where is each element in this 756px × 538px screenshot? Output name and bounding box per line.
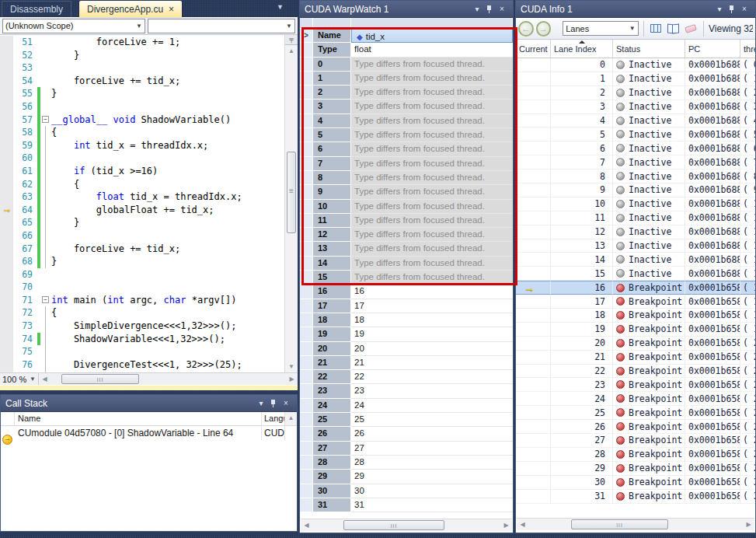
row-selector-cell[interactable] (300, 384, 313, 398)
breakpoint-margin[interactable] (0, 229, 13, 243)
column-header-name[interactable]: Name (15, 412, 262, 425)
pin-icon[interactable] (267, 398, 280, 409)
cudainfo-lane-row[interactable]: 13Inactive0x0001b688( 13, 0, 0 ) (516, 239, 755, 253)
value-cell[interactable]: 18 (351, 313, 513, 327)
breakpoint-margin[interactable] (0, 87, 13, 100)
tab-list-chevron-icon[interactable]: ▼ (277, 3, 284, 11)
cudainfo-lane-row[interactable]: 20Breakpoint0x0001b658( 20, 0, 0 ) (516, 337, 755, 351)
code-line[interactable]: 77 (0, 371, 284, 372)
breakpoint-margin[interactable] (0, 216, 13, 229)
code-line[interactable]: 59 int tid_x = threadIdx.x; (0, 139, 284, 152)
horizontal-scroll-thumb[interactable] (61, 374, 139, 384)
code-line[interactable]: 66 (0, 229, 284, 243)
tab-disassembly[interactable]: Disassembly (2, 1, 71, 17)
table-view-icon[interactable] (649, 21, 664, 37)
code-line[interactable]: 58{ (0, 126, 284, 139)
splitter-handle-icon[interactable]: ╤ (285, 35, 298, 45)
scroll-right-icon[interactable]: ▶ (500, 519, 512, 531)
breakpoint-margin[interactable] (0, 178, 13, 191)
row-selector-cell[interactable] (300, 442, 313, 456)
row-selector-cell[interactable] (300, 228, 313, 242)
code-line[interactable]: 71−int main (int argc, char *argv[]) (0, 294, 284, 307)
callstack-frame-row[interactable]: CUmodule 04d57080 - [0] ShadowVariable -… (1, 426, 297, 440)
cudainfo-lane-row[interactable]: 29Breakpoint0x0001b658( 29, 0, 0 ) (516, 462, 755, 476)
breakpoint-margin[interactable] (0, 100, 13, 114)
cudainfo-lane-row[interactable]: 11Inactive0x0001b688( 11, 0, 0 ) (516, 211, 755, 225)
warpwatch-lane-row[interactable]: 1616 (300, 285, 513, 299)
collapse-minus-icon[interactable]: − (42, 296, 49, 303)
warpwatch-lane-row[interactable]: 3030 (300, 484, 513, 498)
row-selector-cell[interactable] (300, 72, 313, 86)
warpwatch-horizontal-scrollbar[interactable]: ◀ ▶ (301, 519, 512, 531)
member-dropdown[interactable]: ▼ (148, 19, 295, 33)
scroll-up-icon[interactable]: ▲ (285, 45, 298, 57)
warpwatch-lane-row[interactable]: 6Type differs from focused thread. (300, 142, 513, 156)
breakpoint-margin[interactable] (0, 358, 13, 372)
value-cell[interactable]: 17 (351, 299, 513, 313)
cudainfo-lane-row[interactable]: 23Breakpoint0x0001b658( 23, 0, 0 ) (516, 378, 755, 392)
value-cell[interactable]: 23 (351, 384, 513, 398)
value-cell[interactable]: 26 (351, 427, 513, 441)
warpwatch-lane-row[interactable]: 1Type differs from focused thread. (300, 72, 513, 86)
warpwatch-lane-row[interactable]: 2121 (300, 356, 513, 370)
value-cell[interactable]: Type differs from focused thread. (351, 185, 513, 199)
code-line[interactable]: →64 globalFloat += tid_x; (0, 204, 284, 217)
breakpoint-margin[interactable] (0, 114, 13, 127)
value-cell[interactable]: Type differs from focused thread. (351, 72, 513, 86)
cudainfo-lane-row[interactable]: 25Breakpoint0x0001b658( 25, 0, 0 ) (516, 406, 755, 420)
cudainfo-lane-row[interactable]: 15Inactive0x0001b688( 15, 0, 0 ) (516, 267, 755, 281)
breakpoint-margin[interactable] (0, 333, 13, 346)
value-cell[interactable]: 16 (351, 285, 513, 299)
cudainfo-lane-row[interactable]: 7Inactive0x0001b688( 7, 0, 0 ) (516, 155, 755, 169)
warpwatch-lane-row[interactable]: 11Type differs from focused thread. (300, 214, 513, 228)
row-selector-cell[interactable] (300, 157, 313, 171)
code-line[interactable]: 52 } (0, 49, 284, 62)
row-selector-cell[interactable] (300, 185, 313, 199)
code-line[interactable]: 72{ (0, 306, 284, 320)
view-dropdown[interactable]: Lanes ▼ (563, 21, 639, 36)
warpwatch-lane-row[interactable]: 1818 (300, 313, 513, 327)
value-cell[interactable]: Type differs from focused thread. (351, 171, 513, 185)
cudainfo-lane-row[interactable]: 0Inactive0x0001b688( 0, 0, 0 ) (516, 58, 755, 72)
zoom-level-dropdown[interactable]: 100 % ▼ (0, 373, 39, 385)
value-cell[interactable]: Type differs from focused thread. (351, 58, 513, 72)
row-selector-cell[interactable] (300, 58, 313, 72)
warpwatch-lane-row[interactable]: 2626 (300, 427, 513, 441)
cudainfo-lane-row[interactable]: 5Inactive0x0001b688( 5, 0, 0 ) (516, 128, 755, 141)
warpwatch-lane-row[interactable]: 2323 (300, 384, 513, 398)
row-selector-cell[interactable] (300, 114, 313, 128)
collapse-minus-icon[interactable]: − (42, 116, 49, 123)
breakpoint-margin[interactable] (0, 306, 13, 320)
warpwatch-lane-row[interactable]: 1919 (300, 327, 513, 341)
row-selector-cell[interactable] (300, 142, 313, 156)
row-selector-cell[interactable] (300, 257, 313, 271)
code-line[interactable]: 63 float tid_x = threadIdx.x; (0, 190, 284, 204)
value-cell[interactable]: Type differs from focused thread. (351, 228, 513, 242)
warpwatch-lane-row[interactable]: 2020 (300, 342, 513, 356)
warpwatch-lane-row[interactable]: 3Type differs from focused thread. (300, 100, 513, 114)
breakpoint-margin[interactable] (0, 320, 13, 333)
row-selector-cell[interactable] (300, 484, 313, 498)
warpwatch-lane-row[interactable]: 3131 (300, 498, 513, 512)
value-cell[interactable]: 30 (351, 484, 513, 498)
horizontal-scroll-thumb[interactable] (343, 520, 444, 530)
warpwatch-lane-row[interactable]: 12Type differs from focused thread. (300, 228, 513, 242)
code-line[interactable]: 51 forceLive += 1; (0, 36, 284, 49)
current-statement-arrow-icon[interactable]: → (0, 204, 13, 217)
cudainfo-lane-row[interactable]: 18Breakpoint0x0001b658( 18, 0, 0 ) (516, 309, 755, 323)
warpwatch-lane-row[interactable]: 5Type differs from focused thread. (300, 128, 513, 142)
breakpoint-margin[interactable] (0, 75, 13, 88)
breakpoint-margin[interactable] (0, 243, 13, 256)
value-cell[interactable]: Type differs from focused thread. (351, 86, 513, 100)
window-menu-chevron-icon[interactable]: ▾ (471, 4, 483, 15)
warpwatch-name-row[interactable]: >Name◆tid_x (300, 29, 513, 43)
breakpoint-margin[interactable] (0, 294, 13, 307)
pin-icon[interactable] (726, 4, 738, 15)
breakpoint-margin[interactable] (0, 268, 13, 281)
value-cell[interactable]: 20 (351, 342, 513, 356)
cudainfo-lane-row[interactable]: 31Breakpoint0x0001b658( 31, 0, 0 ) (516, 490, 755, 504)
breakpoint-margin[interactable] (0, 152, 13, 165)
close-icon[interactable]: × (280, 398, 292, 409)
value-cell[interactable]: Type differs from focused thread. (351, 200, 513, 214)
vertical-scroll-thumb[interactable] (287, 152, 296, 233)
